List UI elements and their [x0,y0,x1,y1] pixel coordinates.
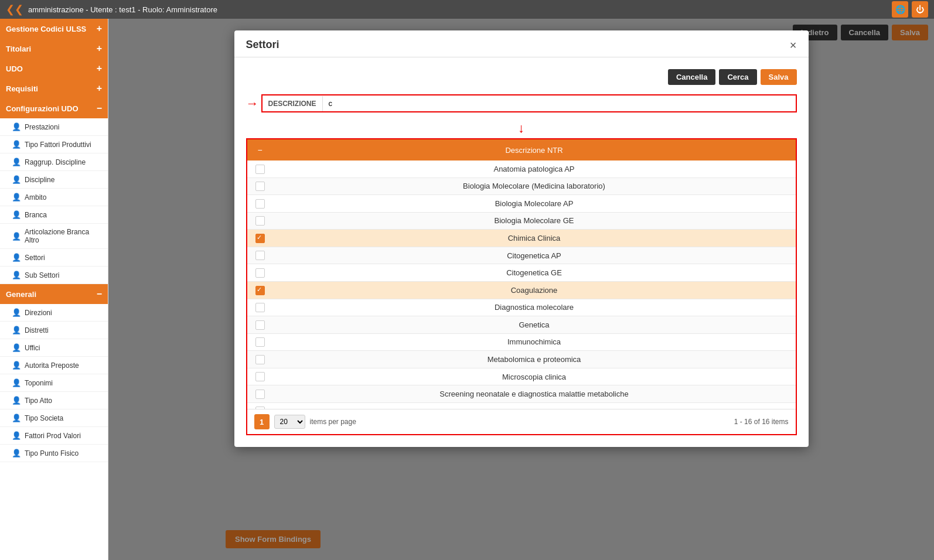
table-cell-checkbox[interactable] [247,177,273,195]
row-checkbox-10[interactable] [255,337,265,347]
sidebar-section-configurazioni[interactable]: Configurazioni UDO − [0,98,108,118]
table-header-checkbox[interactable]: − [247,139,273,161]
sidebar-section-requisiti[interactable]: Requisiti + [0,78,108,98]
sidebar-item-toponimi[interactable]: 👤 Toponimi [0,374,108,392]
top-bar-title: amministrazione - Utente : test1 - Ruolo… [28,5,217,14]
table-row: Genetica [247,316,796,334]
sidebar-section-udo[interactable]: UDO + [0,59,108,78]
sidebar-section-titolari[interactable]: Titolari + [0,39,108,59]
table-cell-checkbox[interactable] [247,299,273,316]
table-cell-checkbox[interactable] [247,316,273,334]
row-checkbox-11[interactable] [255,355,265,364]
sidebar-item-uffici[interactable]: 👤 Uffici [0,339,108,357]
row-checkbox-14[interactable] [255,407,265,409]
table-cell-checkbox[interactable] [247,281,273,299]
table-cell-checkbox[interactable] [247,333,273,351]
sidebar-item-articolazione[interactable]: 👤 Articolazione Branca Altro [0,224,108,249]
table-cell-checkbox[interactable] [247,195,273,213]
cancella-modal-button[interactable]: Cancella [668,69,715,85]
sidebar-item-tipo-atto[interactable]: 👤 Tipo Atto [0,392,108,409]
row-checkbox-9[interactable] [255,320,265,330]
sidebar-item-raggrup[interactable]: 👤 Raggrup. Discipline [0,153,108,171]
row-checkbox-3[interactable] [255,216,265,226]
sidebar-item-prestazioni[interactable]: 👤 Prestazioni [0,118,108,136]
select-all-minus[interactable]: − [254,144,266,156]
sidebar-section-gestione-toggle[interactable]: + [97,23,102,34]
row-checkbox-5[interactable] [255,251,265,260]
table-cell-checkbox[interactable] [247,385,273,403]
sidebar-item-fattori-prod-label: Fattori Prod Valori [25,432,81,440]
user-icon-2: 👤 [12,140,21,149]
table-cell-checkbox[interactable] [247,402,273,409]
table-cell-checkbox[interactable] [247,230,273,247]
sidebar-item-direzioni[interactable]: 👤 Direzioni [0,304,108,322]
row-checkbox-2[interactable] [255,199,265,209]
sidebar-item-tipo-fattori[interactable]: 👤 Tipo Fattori Produttivi [0,136,108,153]
table-cell-checkbox[interactable] [247,264,273,282]
sidebar-section-titolari-toggle[interactable]: + [97,43,102,54]
user-icon-15: 👤 [12,396,21,405]
row-checkbox-7[interactable] [255,286,265,295]
per-page-select[interactable]: 20 50 100 [274,415,305,429]
sidebar-section-requisiti-toggle[interactable]: + [97,83,102,94]
row-checkbox-4[interactable] [255,234,265,243]
sidebar-item-settori[interactable]: 👤 Settori [0,249,108,267]
down-arrow-icon: ↓ [518,122,524,135]
salva-modal-button[interactable]: Salva [761,69,797,85]
row-checkbox-6[interactable] [255,268,265,278]
sidebar-item-fattori-prod[interactable]: 👤 Fattori Prod Valori [0,427,108,445]
table-cell-checkbox[interactable] [247,247,273,264]
table-cell-checkbox[interactable] [247,368,273,385]
top-bar-icons: 🌐 ⏻ [892,1,928,18]
sidebar-item-discipline[interactable]: 👤 Discipline [0,171,108,189]
modal: Settori × Cancella Cerca Salva → [234,30,809,447]
main-content: Indietro Cancella Salva Settori × Cancel… [108,19,934,560]
modal-close-button[interactable]: × [790,39,797,51]
sidebar-item-tipo-societa-label: Tipo Societa [25,414,63,422]
results-table-scroll[interactable]: − Descrizione NTR Anatomia patologica AP… [247,139,796,409]
sidebar-item-ambito[interactable]: 👤 Ambito [0,189,108,206]
table-cell-label: Anatomia patologica AP [273,161,796,177]
sidebar-item-autorita[interactable]: 👤 Autorita Preposte [0,357,108,374]
user-icon-16: 👤 [12,414,21,422]
table-cell-checkbox[interactable] [247,212,273,230]
row-checkbox-8[interactable] [255,303,265,312]
user-icon-5: 👤 [12,193,21,202]
back-arrow-icon[interactable]: ❮❮ [6,3,23,16]
table-row: Chimica Clinica [247,230,796,247]
sidebar-section-generali-toggle[interactable]: − [97,289,102,299]
globe-icon[interactable]: 🌐 [892,1,908,18]
user-icon-6: 👤 [12,210,21,219]
sidebar-section-gestione[interactable]: Gestione Codici ULSS + [0,19,108,39]
sidebar-item-branca[interactable]: 👤 Branca [0,206,108,224]
row-checkbox-13[interactable] [255,390,265,399]
table-cell-checkbox[interactable] [247,161,273,177]
table-row: Microscopia clinica [247,368,796,385]
table-row: Spettrometria per analisi calcoli e conc… [247,402,796,409]
power-icon[interactable]: ⏻ [912,1,928,18]
sidebar-item-tipo-societa[interactable]: 👤 Tipo Societa [0,409,108,427]
table-cell-label: Diagnostica molecolare [273,299,796,316]
user-icon-18: 👤 [12,449,21,457]
table-cell-label: Biologia Molecolare (Medicina laboratori… [273,177,796,195]
sidebar-item-distretti[interactable]: 👤 Distretti [0,322,108,339]
sidebar-section-requisiti-label: Requisiti [6,84,38,93]
sidebar-item-settori-label: Settori [25,254,45,262]
row-checkbox-12[interactable] [255,372,265,381]
table-cell-checkbox[interactable] [247,351,273,368]
sidebar-section-configurazioni-toggle[interactable]: − [97,103,102,114]
search-input[interactable] [323,95,796,111]
sidebar-section-udo-toggle[interactable]: + [97,63,102,74]
table-cell-label: Chimica Clinica [273,230,796,247]
sidebar-section-configurazioni-label: Configurazioni UDO [6,104,79,113]
sidebar-item-sub-settori[interactable]: 👤 Sub Settori [0,267,108,284]
table-header-description: Descrizione NTR [273,139,796,161]
row-checkbox-1[interactable] [255,182,265,191]
current-page[interactable]: 1 [254,414,270,429]
modal-title: Settori [246,39,279,51]
pagination-bar: 1 20 50 100 items per page 1 - 16 of 16 … [247,409,796,434]
cerca-button[interactable]: Cerca [719,69,756,85]
sidebar-section-generali[interactable]: Generali − [0,284,108,304]
row-checkbox-0[interactable] [255,165,265,174]
sidebar-item-tipo-punto[interactable]: 👤 Tipo Punto Fisico [0,445,108,462]
